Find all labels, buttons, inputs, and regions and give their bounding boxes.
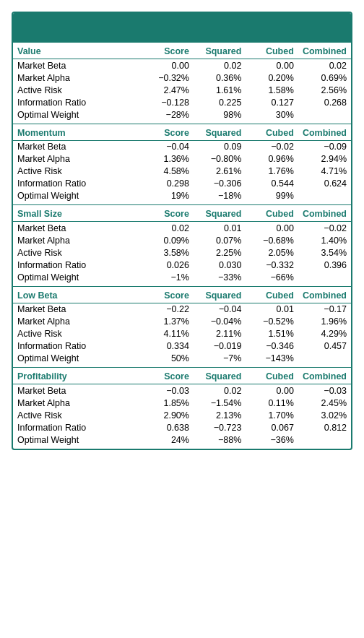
section-header-momentum: MomentumScoreSquaredCubedCombined	[13, 124, 351, 140]
table-row: Information Ratio0.0260.030−0.3320.396	[13, 259, 351, 271]
table-row: Market Beta−0.030.020.00−0.03	[13, 384, 351, 397]
table-row: Market Alpha0.09%0.07%−0.68%1.40%	[13, 234, 351, 246]
table-row: Active Risk4.58%2.61%1.76%4.71%	[13, 165, 351, 178]
table-row: Market Beta0.020.010.00−0.02	[13, 222, 351, 235]
table-row: Information Ratio0.334−0.019−0.3460.457	[13, 340, 351, 353]
table-row: Active Risk4.11%2.11%1.51%4.29%	[13, 328, 351, 340]
table-row: Market Alpha1.85%−1.54%0.11%2.45%	[13, 397, 351, 409]
table-row: Optimal Weight19%−18%99%	[13, 190, 351, 205]
table-row: Active Risk2.47%1.61%1.58%2.56%	[13, 84, 351, 96]
table-row: Information Ratio0.298−0.3060.5440.624	[13, 178, 351, 190]
table-title	[13, 13, 351, 43]
table-row: Optimal Weight−1%−33%−66%	[13, 271, 351, 286]
data-table: ValueScoreSquaredCubedCombinedMarket Bet…	[13, 43, 351, 449]
section-header-low-beta: Low BetaScoreSquaredCubedCombined	[13, 286, 351, 303]
table-row: Optimal Weight50%−7%−143%	[13, 353, 351, 368]
table-row: Market Alpha1.36%−0.80%0.96%2.94%	[13, 153, 351, 165]
table-row: Market Beta−0.22−0.040.01−0.17	[13, 303, 351, 316]
table-row: Information Ratio0.638−0.7230.0670.812	[13, 421, 351, 434]
table-row: Optimal Weight−28%98%30%	[13, 108, 351, 124]
table-container: ValueScoreSquaredCubedCombinedMarket Bet…	[12, 12, 352, 450]
table-row: Market Beta−0.040.09−0.02−0.09	[13, 140, 351, 153]
table-row: Market Alpha−0.32%0.36%0.20%0.69%	[13, 72, 351, 84]
table-row: Active Risk2.90%2.13%1.70%3.02%	[13, 409, 351, 421]
table-row: Market Beta0.000.020.000.02	[13, 59, 351, 72]
table-row: Active Risk3.58%2.25%2.05%3.54%	[13, 246, 351, 259]
section-header-value: ValueScoreSquaredCubedCombined	[13, 43, 351, 59]
table-row: Market Alpha1.37%−0.04%−0.52%1.96%	[13, 316, 351, 328]
table-row: Optimal Weight24%−88%−36%	[13, 434, 351, 449]
section-header-profitability: ProfitabilityScoreSquaredCubedCombined	[13, 368, 351, 384]
section-header-small-size: Small SizeScoreSquaredCubedCombined	[13, 205, 351, 222]
table-row: Information Ratio−0.1280.2250.1270.268	[13, 96, 351, 108]
